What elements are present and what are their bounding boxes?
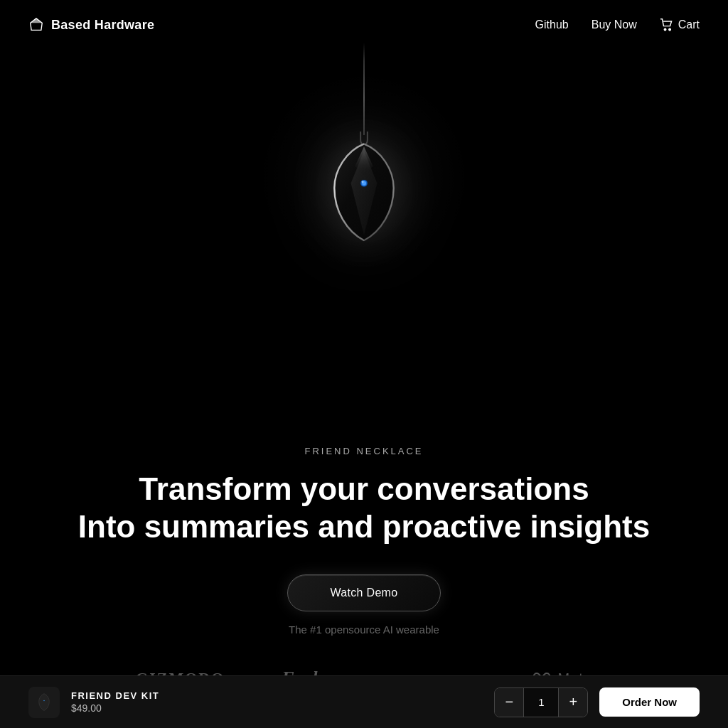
quantity-input[interactable] xyxy=(523,688,559,717)
necklace-artwork xyxy=(257,43,471,299)
svg-point-5 xyxy=(362,181,364,183)
github-link[interactable]: Github xyxy=(535,18,569,31)
necklace-cord xyxy=(363,43,365,135)
nav-links: Github Buy Now Cart xyxy=(535,18,700,31)
buy-now-link[interactable]: Buy Now xyxy=(592,18,637,31)
quantity-control: − + xyxy=(494,687,588,717)
svg-point-6 xyxy=(43,700,44,700)
headline-line-1: Transform your conversations xyxy=(139,471,589,506)
sticky-product-price: $49.00 xyxy=(71,702,159,714)
product-label: FRIEND NECKLACE xyxy=(78,446,650,456)
tagline: The #1 opensource AI wearable xyxy=(289,623,439,636)
hero-headline: Transform your conversations Into summar… xyxy=(78,471,650,546)
brand-name: Based Hardware xyxy=(51,18,154,33)
pendant-svg xyxy=(325,132,403,245)
order-now-button[interactable]: Order Now xyxy=(599,687,700,717)
watch-demo-button[interactable]: Watch Demo xyxy=(287,574,441,611)
quantity-plus-button[interactable]: + xyxy=(559,688,587,717)
sticky-product-name: FRIEND DEV KIT xyxy=(71,690,159,701)
cart-label: Cart xyxy=(678,18,700,31)
sticky-thumbnail-icon xyxy=(34,692,54,712)
cart-link[interactable]: Cart xyxy=(660,18,700,31)
sticky-actions: − + Order Now xyxy=(494,687,700,717)
quantity-minus-button[interactable]: − xyxy=(495,688,523,717)
hero-section: FRIEND NECKLACE Transform your conversat… xyxy=(0,0,728,668)
navbar: Based Hardware Github Buy Now Cart xyxy=(0,0,728,50)
sticky-product-thumbnail xyxy=(28,687,60,718)
cart-icon xyxy=(660,18,674,31)
sticky-bar: FRIEND DEV KIT $49.00 − + Order Now xyxy=(0,675,728,728)
brand-logo[interactable]: Based Hardware xyxy=(28,17,154,33)
sticky-product-details: FRIEND DEV KIT $49.00 xyxy=(71,690,159,714)
headline-line-2: Into summaries and proactive insights xyxy=(78,509,650,544)
svg-point-0 xyxy=(664,28,665,30)
sticky-product-info: FRIEND DEV KIT $49.00 xyxy=(28,687,159,718)
necklace-pendant xyxy=(325,132,403,245)
svg-point-1 xyxy=(669,28,670,30)
hero-content: FRIEND NECKLACE Transform your conversat… xyxy=(78,446,650,611)
logo-icon xyxy=(28,17,44,33)
